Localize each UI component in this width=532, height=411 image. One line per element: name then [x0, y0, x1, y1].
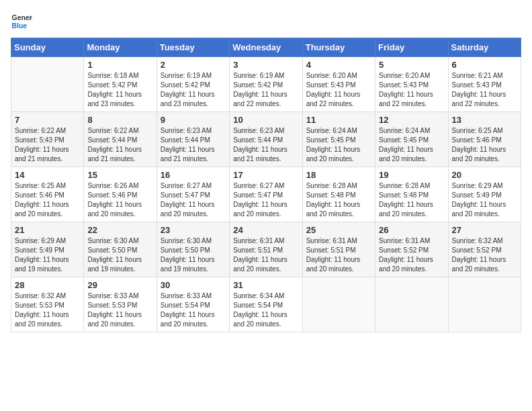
calendar-cell: 31Sunrise: 6:34 AM Sunset: 5:54 PM Dayli…: [230, 277, 302, 332]
calendar-cell: 25Sunrise: 6:31 AM Sunset: 5:51 PM Dayli…: [302, 222, 375, 277]
cell-details: Sunrise: 6:18 AM Sunset: 5:42 PM Dayligh…: [87, 71, 152, 109]
calendar-cell: 8Sunrise: 6:22 AM Sunset: 5:44 PM Daylig…: [84, 112, 157, 167]
svg-text:Blue: Blue: [12, 22, 28, 30]
day-number: 25: [306, 225, 371, 235]
weekday-header-wednesday: Wednesday: [230, 38, 302, 57]
cell-details: Sunrise: 6:31 AM Sunset: 5:52 PM Dayligh…: [379, 236, 444, 274]
cell-details: Sunrise: 6:30 AM Sunset: 5:50 PM Dayligh…: [87, 236, 152, 274]
calendar-cell: 14Sunrise: 6:25 AM Sunset: 5:46 PM Dayli…: [11, 167, 84, 222]
day-number: 7: [15, 115, 80, 125]
day-number: 31: [233, 280, 298, 290]
day-number: 17: [233, 170, 298, 180]
day-number: 13: [452, 115, 517, 125]
calendar-cell: 30Sunrise: 6:33 AM Sunset: 5:54 PM Dayli…: [157, 277, 229, 332]
calendar-cell: 13Sunrise: 6:25 AM Sunset: 5:46 PM Dayli…: [448, 112, 521, 167]
cell-details: Sunrise: 6:33 AM Sunset: 5:53 PM Dayligh…: [87, 291, 152, 329]
calendar-table: SundayMondayTuesdayWednesdayThursdayFrid…: [11, 38, 521, 332]
cell-details: Sunrise: 6:27 AM Sunset: 5:47 PM Dayligh…: [161, 181, 226, 219]
calendar-cell: 29Sunrise: 6:33 AM Sunset: 5:53 PM Dayli…: [84, 277, 157, 332]
cell-details: Sunrise: 6:26 AM Sunset: 5:46 PM Dayligh…: [87, 181, 152, 219]
calendar-cell: [448, 277, 521, 332]
calendar-cell: 3Sunrise: 6:19 AM Sunset: 5:42 PM Daylig…: [230, 57, 302, 112]
calendar-cell: 7Sunrise: 6:22 AM Sunset: 5:43 PM Daylig…: [11, 112, 84, 167]
calendar-cell: 27Sunrise: 6:32 AM Sunset: 5:52 PM Dayli…: [448, 222, 521, 277]
calendar-cell: 12Sunrise: 6:24 AM Sunset: 5:45 PM Dayli…: [375, 112, 448, 167]
calendar-cell: 20Sunrise: 6:29 AM Sunset: 5:49 PM Dayli…: [448, 167, 521, 222]
weekday-header-saturday: Saturday: [448, 38, 521, 57]
day-number: 19: [379, 170, 444, 180]
cell-details: Sunrise: 6:21 AM Sunset: 5:43 PM Dayligh…: [452, 71, 517, 109]
logo-icon: General Blue: [11, 11, 32, 32]
day-number: 20: [452, 170, 517, 180]
cell-details: Sunrise: 6:32 AM Sunset: 5:52 PM Dayligh…: [452, 236, 517, 274]
calendar-cell: 9Sunrise: 6:23 AM Sunset: 5:44 PM Daylig…: [157, 112, 229, 167]
day-number: 23: [161, 225, 226, 235]
day-number: 9: [161, 115, 226, 125]
day-number: 22: [87, 225, 152, 235]
cell-details: Sunrise: 6:32 AM Sunset: 5:53 PM Dayligh…: [15, 291, 80, 329]
cell-details: Sunrise: 6:24 AM Sunset: 5:45 PM Dayligh…: [306, 126, 371, 164]
calendar-week-row: 7Sunrise: 6:22 AM Sunset: 5:43 PM Daylig…: [11, 112, 521, 167]
calendar-cell: 24Sunrise: 6:31 AM Sunset: 5:51 PM Dayli…: [230, 222, 302, 277]
calendar-cell: 15Sunrise: 6:26 AM Sunset: 5:46 PM Dayli…: [84, 167, 157, 222]
calendar-cell: [375, 277, 448, 332]
calendar-cell: 28Sunrise: 6:32 AM Sunset: 5:53 PM Dayli…: [11, 277, 84, 332]
calendar-cell: 2Sunrise: 6:19 AM Sunset: 5:42 PM Daylig…: [157, 57, 229, 112]
weekday-header-tuesday: Tuesday: [157, 38, 229, 57]
day-number: 21: [15, 225, 80, 235]
cell-details: Sunrise: 6:25 AM Sunset: 5:46 PM Dayligh…: [452, 126, 517, 164]
day-number: 3: [233, 60, 298, 70]
cell-details: Sunrise: 6:19 AM Sunset: 5:42 PM Dayligh…: [233, 71, 298, 109]
cell-details: Sunrise: 6:33 AM Sunset: 5:54 PM Dayligh…: [161, 291, 226, 329]
day-number: 12: [379, 115, 444, 125]
calendar-cell: 11Sunrise: 6:24 AM Sunset: 5:45 PM Dayli…: [302, 112, 375, 167]
day-number: 14: [15, 170, 80, 180]
day-number: 5: [379, 60, 444, 70]
day-number: 8: [87, 115, 152, 125]
day-number: 26: [379, 225, 444, 235]
day-number: 15: [87, 170, 152, 180]
calendar-cell: 17Sunrise: 6:27 AM Sunset: 5:47 PM Dayli…: [230, 167, 302, 222]
cell-details: Sunrise: 6:23 AM Sunset: 5:44 PM Dayligh…: [233, 126, 298, 164]
day-number: 18: [306, 170, 371, 180]
cell-details: Sunrise: 6:34 AM Sunset: 5:54 PM Dayligh…: [233, 291, 298, 329]
cell-details: Sunrise: 6:22 AM Sunset: 5:44 PM Dayligh…: [87, 126, 152, 164]
cell-details: Sunrise: 6:28 AM Sunset: 5:48 PM Dayligh…: [306, 181, 371, 219]
day-number: 16: [161, 170, 226, 180]
calendar-week-row: 21Sunrise: 6:29 AM Sunset: 5:49 PM Dayli…: [11, 222, 521, 277]
weekday-header-row: SundayMondayTuesdayWednesdayThursdayFrid…: [11, 38, 521, 57]
calendar-cell: [11, 57, 84, 112]
day-number: 2: [161, 60, 226, 70]
svg-text:General: General: [12, 14, 32, 21]
cell-details: Sunrise: 6:23 AM Sunset: 5:44 PM Dayligh…: [161, 126, 226, 164]
cell-details: Sunrise: 6:24 AM Sunset: 5:45 PM Dayligh…: [379, 126, 444, 164]
day-number: 24: [233, 225, 298, 235]
calendar-cell: [302, 277, 375, 332]
cell-details: Sunrise: 6:29 AM Sunset: 5:49 PM Dayligh…: [15, 236, 80, 274]
calendar-week-row: 1Sunrise: 6:18 AM Sunset: 5:42 PM Daylig…: [11, 57, 521, 112]
calendar-cell: 5Sunrise: 6:20 AM Sunset: 5:43 PM Daylig…: [375, 57, 448, 112]
cell-details: Sunrise: 6:29 AM Sunset: 5:49 PM Dayligh…: [452, 181, 517, 219]
logo: General Blue: [11, 11, 32, 32]
calendar-week-row: 28Sunrise: 6:32 AM Sunset: 5:53 PM Dayli…: [11, 277, 521, 332]
calendar-body: 1Sunrise: 6:18 AM Sunset: 5:42 PM Daylig…: [11, 57, 521, 332]
day-number: 11: [306, 115, 371, 125]
weekday-header-monday: Monday: [84, 38, 157, 57]
cell-details: Sunrise: 6:30 AM Sunset: 5:50 PM Dayligh…: [161, 236, 226, 274]
day-number: 6: [452, 60, 517, 70]
day-number: 30: [161, 280, 226, 290]
calendar-cell: 23Sunrise: 6:30 AM Sunset: 5:50 PM Dayli…: [157, 222, 229, 277]
cell-details: Sunrise: 6:31 AM Sunset: 5:51 PM Dayligh…: [233, 236, 298, 274]
calendar-cell: 6Sunrise: 6:21 AM Sunset: 5:43 PM Daylig…: [448, 57, 521, 112]
cell-details: Sunrise: 6:28 AM Sunset: 5:48 PM Dayligh…: [379, 181, 444, 219]
calendar-cell: 10Sunrise: 6:23 AM Sunset: 5:44 PM Dayli…: [230, 112, 302, 167]
day-number: 10: [233, 115, 298, 125]
calendar-cell: 16Sunrise: 6:27 AM Sunset: 5:47 PM Dayli…: [157, 167, 229, 222]
cell-details: Sunrise: 6:22 AM Sunset: 5:43 PM Dayligh…: [15, 126, 80, 164]
weekday-header-thursday: Thursday: [302, 38, 375, 57]
calendar-week-row: 14Sunrise: 6:25 AM Sunset: 5:46 PM Dayli…: [11, 167, 521, 222]
calendar-cell: 18Sunrise: 6:28 AM Sunset: 5:48 PM Dayli…: [302, 167, 375, 222]
weekday-header-sunday: Sunday: [11, 38, 84, 57]
day-number: 1: [87, 60, 152, 70]
calendar-cell: 26Sunrise: 6:31 AM Sunset: 5:52 PM Dayli…: [375, 222, 448, 277]
